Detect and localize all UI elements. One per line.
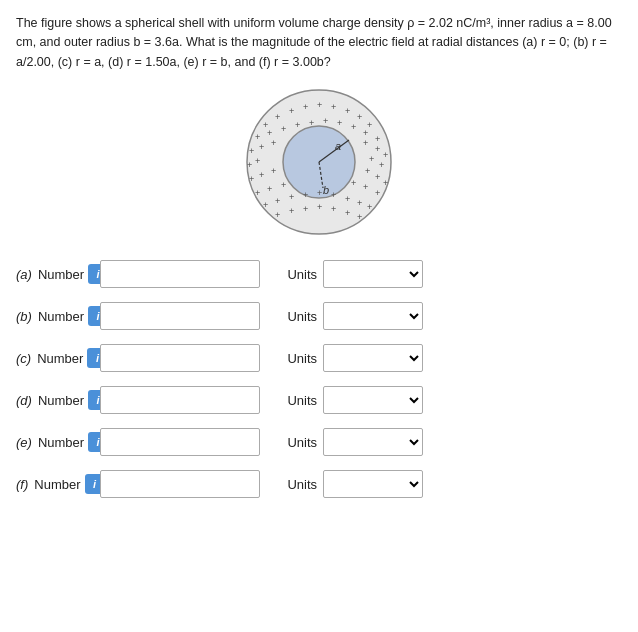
svg-text:+: + <box>363 138 368 148</box>
svg-text:+: + <box>303 190 308 200</box>
svg-text:+: + <box>303 204 308 214</box>
part-label-0: (a) <box>16 267 32 282</box>
svg-text:+: + <box>255 156 260 166</box>
number-label-1: Number <box>38 309 84 324</box>
svg-text:+: + <box>345 106 350 116</box>
answer-row-e: (e)NumberiUnitsN/CV/mkN/CMN/C <box>16 428 622 456</box>
number-label-3: Number <box>38 393 84 408</box>
svg-text:+: + <box>275 196 280 206</box>
svg-text:+: + <box>375 172 380 182</box>
units-select-0[interactable]: N/CV/mkN/CMN/C <box>323 260 423 288</box>
diagram-area: + + + + + + + + + + + + + + + + + + + + … <box>16 82 622 242</box>
svg-text:+: + <box>363 182 368 192</box>
row-label-1: (b)Numberi <box>16 306 96 326</box>
svg-text:+: + <box>379 160 384 170</box>
svg-text:+: + <box>365 166 370 176</box>
row-label-2: (c)Numberi <box>16 348 96 368</box>
units-label-5: Units <box>268 477 323 492</box>
svg-text:+: + <box>249 174 254 184</box>
svg-text:b: b <box>323 184 329 196</box>
part-label-2: (c) <box>16 351 31 366</box>
number-input-3[interactable] <box>100 386 260 414</box>
svg-text:+: + <box>357 112 362 122</box>
svg-text:+: + <box>383 150 388 160</box>
svg-text:+: + <box>275 210 280 220</box>
svg-text:+: + <box>375 144 380 154</box>
svg-text:+: + <box>351 178 356 188</box>
number-label-0: Number <box>38 267 84 282</box>
svg-text:+: + <box>289 206 294 216</box>
svg-text:+: + <box>345 194 350 204</box>
row-label-3: (d)Numberi <box>16 390 96 410</box>
svg-text:+: + <box>267 184 272 194</box>
svg-text:+: + <box>267 128 272 138</box>
answer-row-f: (f)NumberiUnitsN/CV/mkN/CMN/C <box>16 470 622 498</box>
svg-text:+: + <box>271 138 276 148</box>
svg-text:+: + <box>309 118 314 128</box>
number-label-4: Number <box>38 435 84 450</box>
problem-text: The figure shows a spherical shell with … <box>16 14 622 72</box>
units-label-0: Units <box>268 267 323 282</box>
svg-text:+: + <box>357 198 362 208</box>
svg-text:+: + <box>303 102 308 112</box>
svg-text:+: + <box>337 118 342 128</box>
number-input-5[interactable] <box>100 470 260 498</box>
number-label-5: Number <box>34 477 80 492</box>
svg-text:+: + <box>281 124 286 134</box>
svg-text:+: + <box>317 188 322 198</box>
svg-text:+: + <box>357 212 362 222</box>
shell-diagram: + + + + + + + + + + + + + + + + + + + + … <box>239 82 399 242</box>
answer-row-b: (b)NumberiUnitsN/CV/mkN/CMN/C <box>16 302 622 330</box>
svg-text:+: + <box>317 202 322 212</box>
rows-container: (a)NumberiUnitsN/CV/mkN/CMN/C(b)NumberiU… <box>16 260 622 498</box>
units-label-2: Units <box>268 351 323 366</box>
svg-text:+: + <box>331 204 336 214</box>
number-input-0[interactable] <box>100 260 260 288</box>
svg-text:+: + <box>367 202 372 212</box>
units-select-4[interactable]: N/CV/mkN/CMN/C <box>323 428 423 456</box>
row-label-5: (f)Numberi <box>16 474 96 494</box>
number-input-1[interactable] <box>100 302 260 330</box>
part-label-1: (b) <box>16 309 32 324</box>
units-label-3: Units <box>268 393 323 408</box>
svg-text:+: + <box>375 134 380 144</box>
svg-text:+: + <box>259 142 264 152</box>
svg-text:+: + <box>383 178 388 188</box>
units-select-3[interactable]: N/CV/mkN/CMN/C <box>323 386 423 414</box>
answer-row-d: (d)NumberiUnitsN/CV/mkN/CMN/C <box>16 386 622 414</box>
row-label-0: (a)Numberi <box>16 264 96 284</box>
part-label-5: (f) <box>16 477 28 492</box>
answer-row-a: (a)NumberiUnitsN/CV/mkN/CMN/C <box>16 260 622 288</box>
svg-text:+: + <box>375 188 380 198</box>
number-input-4[interactable] <box>100 428 260 456</box>
units-label-1: Units <box>268 309 323 324</box>
part-label-3: (d) <box>16 393 32 408</box>
svg-text:+: + <box>281 180 286 190</box>
units-label-4: Units <box>268 435 323 450</box>
svg-text:+: + <box>295 120 300 130</box>
svg-text:+: + <box>323 116 328 126</box>
units-select-1[interactable]: N/CV/mkN/CMN/C <box>323 302 423 330</box>
svg-text:+: + <box>255 132 260 142</box>
number-label-2: Number <box>37 351 83 366</box>
svg-text:+: + <box>345 208 350 218</box>
svg-text:+: + <box>247 160 252 170</box>
svg-text:+: + <box>363 128 368 138</box>
svg-text:+: + <box>275 112 280 122</box>
svg-text:a: a <box>335 140 341 152</box>
svg-text:+: + <box>249 146 254 156</box>
units-select-5[interactable]: N/CV/mkN/CMN/C <box>323 470 423 498</box>
svg-text:+: + <box>255 188 260 198</box>
svg-text:+: + <box>289 192 294 202</box>
number-input-2[interactable] <box>100 344 260 372</box>
answer-row-c: (c)NumberiUnitsN/CV/mkN/CMN/C <box>16 344 622 372</box>
row-label-4: (e)Numberi <box>16 432 96 452</box>
svg-text:+: + <box>289 106 294 116</box>
part-label-4: (e) <box>16 435 32 450</box>
svg-text:+: + <box>271 166 276 176</box>
units-select-2[interactable]: N/CV/mkN/CMN/C <box>323 344 423 372</box>
svg-text:+: + <box>259 170 264 180</box>
svg-text:+: + <box>351 122 356 132</box>
svg-text:+: + <box>263 200 268 210</box>
svg-text:+: + <box>369 154 374 164</box>
